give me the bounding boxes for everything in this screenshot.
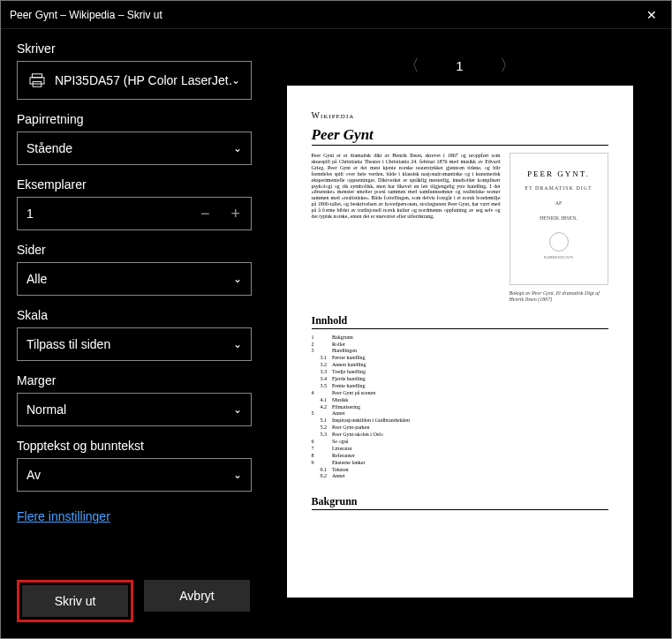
print-button[interactable]: Skriv ut [22,585,128,617]
toc-row: 6Se også [312,439,415,446]
copies-decrement[interactable]: − [190,198,221,229]
orientation-label: Papirretning [17,112,250,126]
scale-select[interactable]: Tilpass til siden ⌄ [17,327,252,361]
margins-select[interactable]: Normal ⌄ [17,393,252,426]
toc-number: 5.2 [312,425,333,432]
infobox-title: PEER GYNT. [527,169,590,178]
toc-number: 9.2 [312,473,333,480]
margins-selected-text: Normal [26,402,66,417]
toc-row: 3Handlingen [312,348,415,355]
chevron-down-icon: ⌄ [233,403,242,416]
close-icon: ✕ [646,8,657,22]
titlebar: Peer Gynt – Wikipedia – Skriv ut ✕ [1,1,671,29]
section-heading: Bakgrunn [312,496,608,510]
copies-input[interactable] [18,198,190,229]
toc-number: 3.2 [312,362,333,369]
toc-row: 5.2Peer Gynt-parken [312,425,415,432]
article-title: Peer Gynt [312,126,608,147]
chevron-down-icon: ⌄ [233,338,242,350]
headerfooter-select[interactable]: Av ⌄ [17,458,252,492]
toc-title: Peer Gynt-skolen i Oslo [332,432,415,439]
toc-number: 9.1 [312,467,333,474]
toc-title: Handlingen [332,348,415,355]
print-settings-panel: Skriver NPI35DA57 (HP Color LaserJet… ⌄ … [1,29,266,638]
toc-title: Peer Gynt på scenen [332,390,415,397]
infobox-caption: Bokopi av Peer Gynt. Et dramatisk Digt a… [510,290,608,303]
copies-stepper: − + [17,197,252,230]
infobox: PEER GYNT. ET DRAMATISK DIGT AF HENRIK I… [510,153,608,303]
toc-number: 3 [312,348,333,355]
toc-number: 5.1 [312,417,333,425]
toc-title: Inspirasjonskilden i Gudbrandsdalen [332,417,415,425]
toc-title: Fjerde handling [332,376,415,383]
toc-title: Femte handling [332,383,415,390]
printer-select[interactable]: NPI35DA57 (HP Color LaserJet… ⌄ [17,61,252,100]
chevron-down-icon: ⌄ [233,142,242,154]
pages-select[interactable]: Alle ⌄ [17,262,252,296]
chevron-down-icon: ⌄ [233,273,242,285]
toc-number: 5 [312,410,333,417]
toc-title: Litteratur [332,446,415,453]
prev-page-button[interactable]: 〈 [403,55,420,76]
chevron-down-icon: ⌄ [233,469,242,481]
printer-selected-text: NPI35DA57 (HP Color LaserJet… [55,73,231,87]
toc-row: 5.1Inspirasjonskilden i Gudbrandsdalen [312,417,415,425]
toc-title: Teksten [332,467,415,474]
toc-row: 4Peer Gynt på scenen [312,390,415,397]
svg-rect-0 [32,74,42,78]
more-settings-link[interactable]: Flere innstillinger [17,509,250,523]
toc-row: 2Roller [312,342,415,349]
article-lead: Peer Gynt er et dramatisk dikt av Henrik… [312,153,501,303]
toc-row: 4.2Filmatisering [312,404,415,411]
toc-row: 4.1Musikk [312,397,415,404]
toc-number: 3.4 [312,376,333,383]
preview-page: Wikipedia Peer Gynt Peer Gynt er et dram… [287,86,633,598]
toc-row: 1Bakgrunn [312,335,415,342]
toc-row: 3.1Første handling [312,355,415,362]
toc-title: Annen handling [332,362,415,369]
infobox-by: AF [555,200,563,207]
current-page-number: 1 [456,58,463,73]
toc-title: Annet [332,410,415,417]
pager: 〈 1 〉 [273,45,646,86]
toc-number: 4 [312,390,333,397]
orientation-select[interactable]: Stående ⌄ [17,132,252,165]
pages-selected-text: Alle [26,272,47,286]
pages-label: Sider [17,243,250,257]
toc-number: 4.2 [312,404,333,411]
toc-title: Annet [332,473,415,480]
infobox-author: HENRIK IBSEN. [540,215,578,222]
toc-number: 3.5 [312,383,333,390]
copies-increment[interactable]: + [221,198,252,229]
toc-row: 8Referanser [312,453,415,460]
toc-title: Tredje handling [332,369,415,376]
toc-heading: Innhold [312,315,608,329]
toc-number: 5.3 [312,432,333,439]
close-button[interactable]: ✕ [631,2,671,28]
toc-number: 1 [312,335,333,342]
cancel-button[interactable]: Avbryt [144,580,250,612]
headerfooter-selected-text: Av [26,468,41,482]
toc-number: 3.1 [312,355,333,362]
next-page-button[interactable]: 〉 [499,55,517,76]
toc-number: 3.3 [312,369,333,376]
toc-title: Musikk [332,397,415,404]
toc-number: 9 [312,460,333,467]
toc-title: Peer Gynt-parken [332,425,415,432]
toc-row: 3.2Annen handling [312,362,415,369]
infobox-seal-icon [549,232,569,252]
infobox-subtitle: ET DRAMATISK DIGT [525,185,593,192]
toc-row: 5.3Peer Gynt-skolen i Oslo [312,432,415,439]
svg-rect-1 [30,78,44,84]
infobox-publisher: KJØBENHAVN [544,255,573,260]
print-preview: 〈 1 〉 Wikipedia Peer Gynt Peer Gynt er e… [266,29,671,638]
headerfooter-label: Topptekst og bunntekst [17,439,250,453]
copies-label: Eksemplarer [17,177,250,192]
toc-title: Se også [332,439,415,446]
toc-title: Filmatisering [332,404,415,411]
toc-title: Bakgrunn [332,335,415,342]
toc: 1Bakgrunn2Roller3Handlingen3.1Første han… [312,335,608,481]
toc-row: 9Eksterne lenker [312,460,415,467]
toc-title: Referanser [332,453,415,460]
toc-row: 3.3Tredje handling [312,369,415,376]
